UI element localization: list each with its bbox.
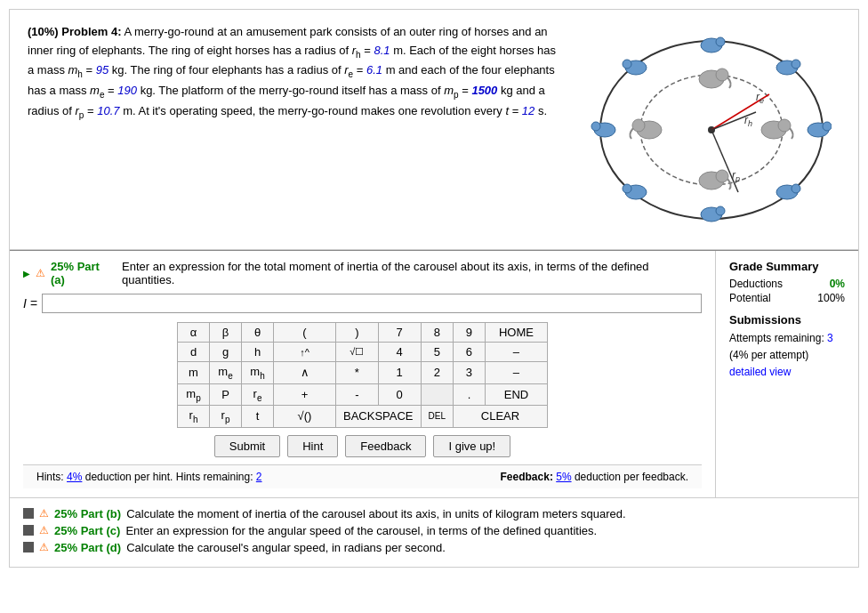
part-b-warning: ⚠ — [39, 507, 49, 520]
hint-button[interactable]: Hint — [287, 435, 338, 457]
hints-info: Hints: 4% deduction per hint. Hints rema… — [36, 471, 262, 483]
key-0[interactable]: 0 — [378, 383, 421, 406]
potential-label: Potential — [729, 292, 771, 304]
key-2[interactable]: 2 — [421, 362, 453, 384]
key-dot[interactable]: . — [453, 383, 485, 406]
feedback-info: Feedback: 5% deduction per feedback. — [501, 471, 688, 483]
key-8[interactable]: 8 — [421, 323, 453, 343]
svg-point-14 — [823, 122, 832, 131]
part-b-row: ⚠ 25% Part (b) Calculate the moment of i… — [23, 507, 845, 520]
svg-point-12 — [792, 60, 800, 69]
key-9[interactable]: 9 — [453, 323, 485, 343]
key-me[interactable]: me — [210, 362, 242, 384]
svg-text:re: re — [756, 91, 764, 105]
part-d-row: ⚠ 25% Part (d) Calculate the carousel's … — [23, 541, 845, 554]
part-d-text: Calculate the carousel's angular speed, … — [126, 541, 446, 554]
key-alpha[interactable]: α — [178, 323, 210, 343]
warning-icon: ⚠ — [36, 267, 45, 279]
key-empty — [421, 383, 453, 406]
key-end[interactable]: END — [485, 383, 547, 406]
svg-point-20 — [623, 184, 631, 193]
key-1[interactable]: 1 — [378, 362, 421, 384]
problem-description: A merry-go-round at an amusement park co… — [28, 25, 556, 117]
part-a-question: Enter an expression for the total moment… — [122, 260, 702, 286]
key-m[interactable]: m — [178, 362, 210, 384]
key-3[interactable]: 3 — [453, 362, 485, 384]
key-superscript[interactable]: ↑^ — [274, 343, 336, 362]
key-minus[interactable]: - — [336, 383, 379, 406]
svg-point-30 — [716, 170, 728, 182]
key-rh[interactable]: rh — [178, 406, 210, 428]
key-re[interactable]: re — [242, 383, 274, 406]
key-wedge[interactable]: ∧ — [274, 362, 336, 384]
merry-go-round-diagram: re rh rp — [583, 28, 832, 232]
part-c-icon — [23, 525, 34, 536]
grade-summary: Grade Summary Deductions 0% Potential 10… — [716, 251, 858, 497]
svg-point-24 — [623, 60, 631, 69]
problem-image: re rh rp — [574, 23, 840, 236]
part-d-warning: ⚠ — [39, 541, 49, 553]
problem-number: (10%) Problem 4: — [28, 25, 121, 38]
key-backspace[interactable]: BACKSPACE — [336, 406, 422, 428]
svg-text:rh: rh — [744, 114, 752, 128]
key-P[interactable]: P — [210, 383, 242, 406]
part-b-text: Calculate the moment of inertia of the c… — [126, 507, 625, 520]
key-t[interactable]: t — [242, 406, 274, 428]
key-dash1[interactable]: – — [485, 343, 547, 362]
deductions-row: Deductions 0% — [729, 278, 845, 290]
part-b-label: 25% Part (b) — [54, 507, 121, 520]
part-c-warning: ⚠ — [39, 524, 49, 536]
svg-point-16 — [792, 184, 800, 193]
key-close-paren[interactable]: ) — [336, 323, 379, 343]
key-beta[interactable]: β — [210, 323, 242, 343]
key-d[interactable]: d — [178, 343, 210, 362]
key-sqrt[interactable]: √() — [274, 406, 336, 428]
key-h[interactable]: h — [242, 343, 274, 362]
key-4[interactable]: 4 — [378, 343, 421, 362]
key-6[interactable]: 6 — [453, 343, 485, 362]
feedback-button[interactable]: Feedback — [345, 435, 426, 457]
key-7[interactable]: 7 — [378, 323, 421, 343]
other-parts: ⚠ 25% Part (b) Calculate the moment of i… — [10, 498, 858, 567]
detailed-view-link[interactable]: detailed view — [729, 366, 791, 378]
key-clear[interactable]: CLEAR — [453, 406, 547, 428]
submit-button[interactable]: Submit — [214, 435, 280, 457]
key-home[interactable]: HOME — [485, 323, 547, 343]
svg-point-32 — [632, 119, 645, 132]
key-star[interactable]: * — [336, 362, 379, 384]
key-dash2[interactable]: – — [485, 362, 547, 384]
svg-text:rp: rp — [732, 169, 740, 183]
problem-text: (10%) Problem 4: A merry-go-round at an … — [28, 23, 574, 236]
key-rp[interactable]: rp — [210, 406, 242, 428]
problem-section: (10%) Problem 4: A merry-go-round at an … — [10, 10, 858, 250]
give-up-button[interactable]: I give up! — [433, 435, 510, 457]
key-del[interactable]: DEL — [421, 406, 453, 428]
key-plus[interactable]: + — [274, 383, 336, 406]
svg-point-28 — [778, 119, 791, 132]
hints-remaining-link[interactable]: 2 — [256, 471, 262, 483]
part-a-section: ▶ ⚠ 25% Part (a) Enter an expression for… — [10, 251, 858, 498]
key-theta[interactable]: θ — [242, 323, 274, 343]
key-sqrt-box[interactable]: √☐ — [336, 343, 379, 362]
part-a-header: ▶ ⚠ 25% Part (a) Enter an expression for… — [23, 260, 702, 286]
attempts-remaining-link[interactable]: 3 — [827, 332, 833, 344]
part-d-label: 25% Part (d) — [54, 541, 121, 554]
expand-icon[interactable]: ▶ — [23, 269, 30, 278]
key-mp[interactable]: mp — [178, 383, 210, 406]
key-5[interactable]: 5 — [421, 343, 453, 362]
part-c-label: 25% Part (c) — [54, 524, 120, 537]
part-c-row: ⚠ 25% Part (c) Enter an expression for t… — [23, 524, 845, 537]
part-c-text: Enter an expression for the angular spee… — [125, 524, 597, 537]
feedback-deduction-link[interactable]: 5% — [556, 471, 571, 483]
key-open-paren[interactable]: ( — [274, 323, 336, 343]
input-label: I = — [23, 296, 37, 311]
deductions-label: Deductions — [729, 278, 783, 290]
keyboard-grid: α β θ ( ) 7 8 9 HOME d g — [23, 322, 702, 428]
key-g[interactable]: g — [210, 343, 242, 362]
expression-input[interactable] — [42, 294, 702, 313]
hints-deduction-link[interactable]: 4% — [67, 471, 82, 483]
deductions-value: 0% — [830, 278, 845, 290]
key-mh[interactable]: mh — [242, 362, 274, 384]
input-row: I = — [23, 294, 702, 313]
svg-point-22 — [591, 122, 600, 131]
